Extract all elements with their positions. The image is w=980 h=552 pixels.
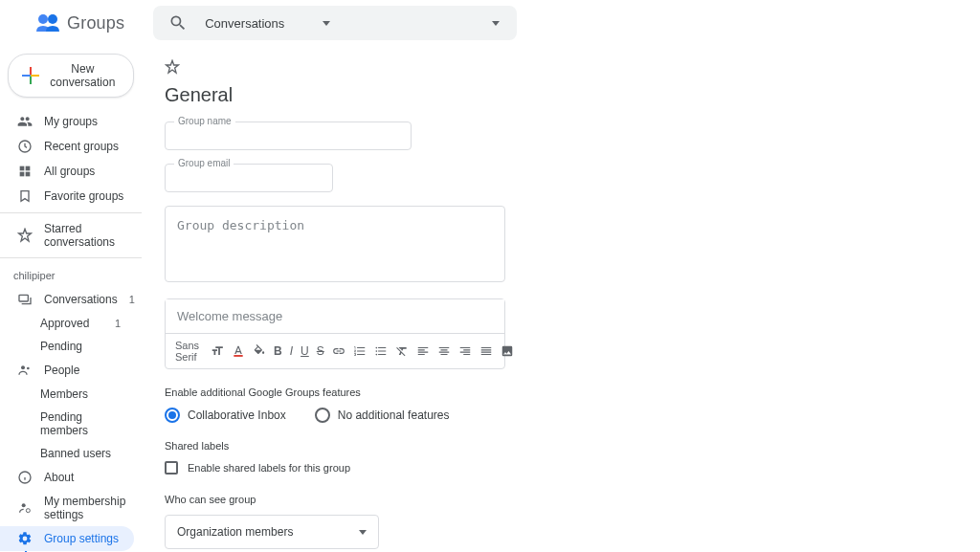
app-name: Groups xyxy=(67,13,124,33)
features-heading: Enable additional Google Groups features xyxy=(165,386,789,398)
count-badge: 1 xyxy=(115,318,121,329)
sidebar-item-conversations[interactable]: Conversations 1 xyxy=(0,287,134,312)
clock-icon xyxy=(17,139,33,154)
align-left-icon[interactable] xyxy=(416,342,430,360)
workspace-label: chilipiper xyxy=(0,262,142,287)
search-icon[interactable] xyxy=(168,13,188,33)
radio-icon xyxy=(315,408,330,423)
radio-no-features[interactable]: No additional features xyxy=(315,408,450,423)
who-see-select[interactable]: Organization members xyxy=(165,515,379,549)
svg-point-11 xyxy=(22,503,26,507)
bookmark-icon xyxy=(17,188,33,204)
sidebar-item-label: Pending xyxy=(40,340,82,353)
image-icon[interactable] xyxy=(501,342,514,360)
divider xyxy=(0,212,142,213)
svg-point-12 xyxy=(26,509,30,513)
group-description-input[interactable] xyxy=(165,206,505,282)
sidebar-item-members[interactable]: Members xyxy=(0,383,134,406)
search-options-icon[interactable] xyxy=(492,21,500,26)
align-justify-icon[interactable] xyxy=(479,342,493,360)
radio-icon xyxy=(165,408,180,423)
sidebar-item-label: My groups xyxy=(44,115,98,128)
svg-rect-4 xyxy=(26,166,31,171)
sidebar-item-all-groups[interactable]: All groups xyxy=(0,159,134,184)
chevron-down-icon xyxy=(359,530,367,535)
fill-color-icon[interactable] xyxy=(253,342,266,360)
sidebar-item-people[interactable]: People xyxy=(0,358,134,383)
bulleted-list-icon[interactable] xyxy=(374,342,388,360)
menu-icon[interactable] xyxy=(8,11,31,34)
welcome-message-editor: Sans Serif B I U S xyxy=(165,298,505,369)
numbered-list-icon[interactable] xyxy=(353,342,367,360)
sidebar-item-my-groups[interactable]: My groups xyxy=(0,109,134,134)
sidebar-item-about[interactable]: About xyxy=(0,465,134,490)
svg-rect-5 xyxy=(20,172,25,177)
sidebar-item-label: Banned users xyxy=(40,447,111,460)
strikethrough-icon[interactable]: S xyxy=(317,342,324,360)
sidebar-item-approved[interactable]: Approved 1 xyxy=(0,312,134,335)
underline-icon[interactable]: U xyxy=(301,342,309,360)
link-icon[interactable] xyxy=(332,342,345,360)
radio-collaborative-inbox[interactable]: Collaborative Inbox xyxy=(165,408,286,423)
sidebar-item-label: People xyxy=(44,364,79,377)
text-size-icon[interactable] xyxy=(211,342,224,360)
align-center-icon[interactable] xyxy=(437,342,451,360)
sidebar-item-label: Conversations xyxy=(44,293,118,306)
star-icon[interactable] xyxy=(165,59,789,75)
welcome-message-input[interactable] xyxy=(166,299,504,333)
page-title: General xyxy=(165,84,789,106)
search-bar[interactable]: Conversations xyxy=(153,6,517,40)
star-icon xyxy=(17,228,33,243)
sidebar-item-label: About xyxy=(44,471,74,484)
sidebar-item-label: My membership settings xyxy=(44,495,126,521)
sidebar-item-membership-settings[interactable]: My membership settings xyxy=(0,490,134,526)
sidebar-item-favorite-groups[interactable]: Favorite groups xyxy=(0,184,134,209)
group-email-label: Group email xyxy=(174,158,234,168)
divider xyxy=(0,257,142,258)
clear-format-icon[interactable] xyxy=(395,342,409,360)
sidebar-item-pending[interactable]: Pending xyxy=(0,335,134,358)
sidebar-item-label: Favorite groups xyxy=(44,189,123,203)
sidebar-item-label: Starred conversations xyxy=(44,222,126,249)
sidebar-item-recent-groups[interactable]: Recent groups xyxy=(0,134,134,159)
sidebar-item-label: Approved xyxy=(40,317,89,330)
person-gear-icon xyxy=(17,500,33,516)
svg-point-9 xyxy=(27,367,30,370)
sidebar-item-pending-members[interactable]: Pending members xyxy=(0,406,134,442)
new-conversation-label: New conversation xyxy=(46,62,120,89)
main-content: General Group name Group email Sans Seri… xyxy=(142,46,812,552)
text-color-icon[interactable] xyxy=(232,342,245,360)
app-logo[interactable]: Groups xyxy=(34,12,124,33)
radio-label: Collaborative Inbox xyxy=(188,408,286,422)
grid-icon xyxy=(17,164,33,179)
svg-rect-6 xyxy=(26,172,31,177)
sidebar-item-banned-users[interactable]: Banned users xyxy=(0,442,134,465)
select-value: Organization members xyxy=(177,525,293,539)
search-scope-selector[interactable]: Conversations xyxy=(195,16,340,31)
count-badge: 1 xyxy=(129,294,135,305)
sidebar-item-group-settings[interactable]: Group settings xyxy=(0,526,134,551)
app-header: Groups Conversations xyxy=(0,0,980,46)
search-scope-label: Conversations xyxy=(205,16,284,31)
sidebar-item-label: Recent groups xyxy=(44,140,119,153)
italic-icon[interactable]: I xyxy=(290,342,293,360)
svg-rect-13 xyxy=(234,355,242,357)
conversations-icon xyxy=(17,292,33,307)
sidebar-item-starred[interactable]: Starred conversations xyxy=(0,217,134,254)
plus-icon xyxy=(22,67,36,84)
align-right-icon[interactable] xyxy=(458,342,472,360)
editor-toolbar: Sans Serif B I U S xyxy=(166,333,504,368)
bold-icon[interactable]: B xyxy=(274,342,282,360)
info-icon xyxy=(17,470,33,485)
radio-label: No additional features xyxy=(338,408,450,422)
svg-rect-7 xyxy=(19,295,28,301)
new-conversation-button[interactable]: New conversation xyxy=(8,54,134,98)
gear-icon xyxy=(17,531,33,546)
font-selector[interactable]: Sans Serif xyxy=(175,340,199,363)
sidebar-item-label: Pending members xyxy=(40,410,126,437)
sidebar-item-label: Group settings xyxy=(44,532,119,545)
groups-logo-icon xyxy=(34,12,61,33)
checkbox-label: Enable shared labels for this group xyxy=(188,462,350,474)
chevron-down-icon xyxy=(323,21,330,26)
shared-labels-checkbox[interactable] xyxy=(165,461,178,475)
